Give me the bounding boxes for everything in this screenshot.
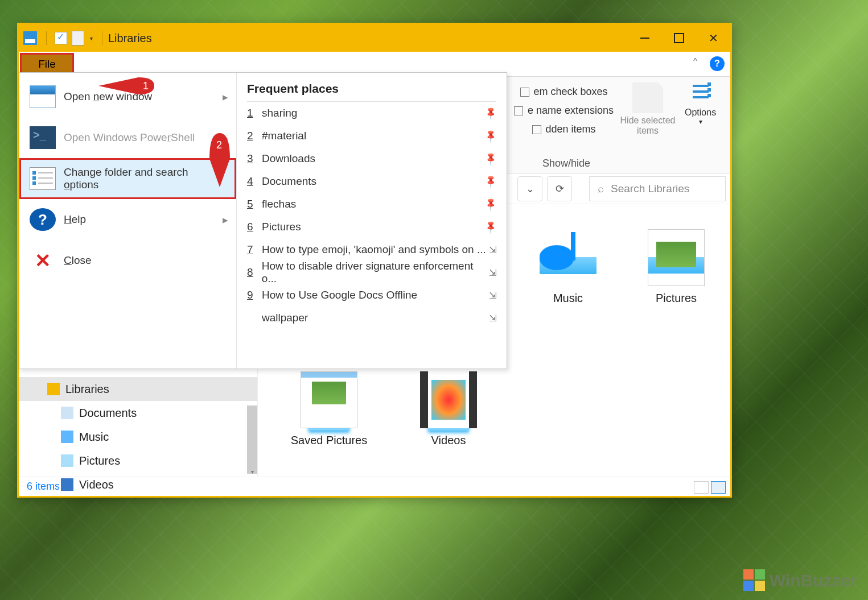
tree-documents[interactable]: Documents [19,401,257,425]
frequent-places-panel: Frequent places 1 sharing 📌2 #material 📌… [237,73,507,369]
svg-text:1: 1 [143,80,149,92]
library-pictures[interactable]: Pictures [628,229,725,305]
collapse-ribbon-icon[interactable]: ˄ [687,56,703,72]
open-powershell-item[interactable]: Open Windows PowerShell ▸ [19,117,236,158]
tree-label: Music [79,431,109,444]
file-ext-label: e name extensions [528,105,614,117]
pictures-library-icon [648,229,705,286]
library-label: Videos [400,434,497,447]
explorer-window: ▾ Libraries File ˄ ? em check boxes e na… [17,23,732,498]
tree-libraries[interactable]: Libraries [19,377,257,401]
frequent-place-item[interactable]: 2 #material 📌 [247,125,496,147]
checkbox-icon[interactable] [520,88,529,97]
ribbon-group-label: Show/hide [542,158,590,169]
documents-icon [61,407,73,419]
history-dropdown-button[interactable]: ⌄ [517,176,542,201]
place-label: wallpaper [262,312,308,324]
scrollbar-thumb[interactable] [247,405,257,474]
maximize-button[interactable] [662,24,696,52]
menu-label: Help [64,213,86,226]
close-item[interactable]: ✕ Close [19,240,236,281]
status-bar: 6 items [19,477,730,496]
hide-selected-button[interactable]: Hide selected items [616,82,679,136]
place-label: sharing [262,107,297,119]
qat-dropdown-icon[interactable]: ▾ [90,35,93,42]
frequent-place-item[interactable]: 3 Downloads 📌 [247,147,496,170]
frequent-place-item[interactable]: 4 Documents 📌 [247,170,496,193]
options-icon [30,167,56,190]
place-label: flechas [262,198,296,210]
help-item[interactable]: ? Help ▸ [19,199,236,240]
search-placeholder: Search Libraries [611,183,689,195]
music-icon [61,431,73,443]
tree-music[interactable]: Music [19,425,257,449]
tree-pictures[interactable]: Pictures [19,449,257,473]
accelerator-key: 1 [247,107,262,119]
frequent-place-item[interactable]: 6 Pictures 📌 [247,216,496,238]
options-icon [693,82,709,105]
accelerator-key: 7 [247,243,262,256]
change-folder-options-item[interactable]: Change folder and search options [19,158,236,199]
details-view-button[interactable] [694,481,709,494]
close-window-button[interactable] [696,24,730,52]
frequent-place-item[interactable]: 1 sharing 📌 [247,102,496,125]
window-icon [30,85,56,108]
pin-icon[interactable]: 📌 [483,173,499,189]
annotation-1: 1 [98,76,155,96]
pin-icon[interactable]: ⇲ [489,267,496,278]
qat-properties-icon[interactable] [55,32,67,44]
pin-icon[interactable]: 📌 [483,105,499,121]
search-input[interactable]: ⌕ Search Libraries [589,176,726,201]
options-label: Options [685,107,716,118]
minimize-button[interactable] [628,24,662,52]
titlebar[interactable]: ▾ Libraries [19,24,730,52]
chevron-down-icon[interactable]: ▾ [699,118,702,126]
large-icons-view-button[interactable] [711,481,726,494]
separator [46,31,47,45]
pin-icon[interactable]: ⇲ [489,290,496,301]
help-icon[interactable]: ? [710,56,725,71]
accelerator-key: 5 [247,198,262,210]
powershell-icon [30,126,56,149]
pin-icon[interactable]: 📌 [483,151,499,167]
item-checkboxes-label: em check boxes [534,86,608,98]
pictures-icon [61,454,73,467]
qat-newfolder-icon[interactable] [72,31,84,45]
pin-icon[interactable]: 📌 [483,196,499,212]
scrollbar-down-icon[interactable]: ▾ [247,466,257,477]
pin-icon[interactable]: ⇲ [489,313,496,324]
winbuzzer-logo-icon [743,569,766,592]
frequent-place-item[interactable]: 8 How to disable driver signature enforc… [247,261,496,284]
item-count: 6 items [27,481,60,493]
place-label: How to disable driver signature enforcem… [262,260,489,285]
checkbox-icon[interactable] [514,106,523,115]
menu-label: Open Windows PowerShell [64,131,195,144]
help-icon: ? [30,208,56,231]
frequent-place-item[interactable]: 7 How to type emoji, 'kaomoji' and symbo… [247,238,496,261]
accelerator-key: 2 [247,130,262,142]
pin-icon[interactable]: 📌 [483,219,499,235]
library-saved-pictures[interactable]: Saved Pictures [281,371,377,447]
library-music[interactable]: Music [520,229,616,305]
frequent-place-item[interactable]: 9 How to Use Google Docs Offline ⇲ [247,284,496,307]
library-label: Music [520,292,616,305]
watermark: WinBuzzer [743,569,857,592]
menu-label: Close [64,254,92,267]
separator [102,31,102,45]
window-title: Libraries [108,32,152,45]
search-icon: ⌕ [598,183,604,195]
library-label: Saved Pictures [281,434,377,447]
place-label: #material [262,130,306,142]
annotation-2: 2 [207,130,233,187]
library-label: Pictures [628,292,725,305]
options-button[interactable]: Options ▾ [685,82,716,126]
frequent-place-item[interactable]: 5 flechas 📌 [247,193,496,216]
pin-icon[interactable]: 📌 [483,128,499,144]
library-videos[interactable]: Videos [400,371,497,447]
place-label: How to type emoji, 'kaomoji' and symbols… [262,243,486,256]
frequent-place-item[interactable]: wallpaper ⇲ [247,307,496,329]
explorer-icon [23,31,37,45]
pin-icon[interactable]: ⇲ [489,245,496,255]
checkbox-icon[interactable] [532,125,541,134]
refresh-button[interactable]: ⟳ [547,176,572,201]
